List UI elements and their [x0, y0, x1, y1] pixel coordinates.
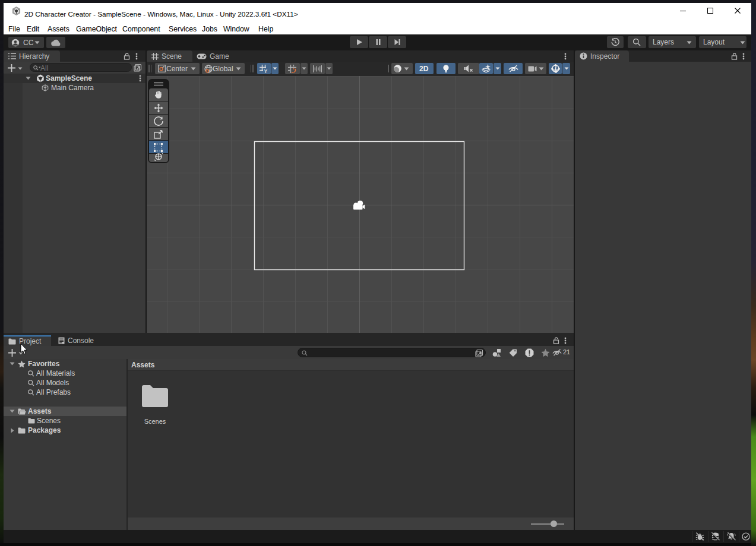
- svg-text:Y: Y: [264, 68, 268, 73]
